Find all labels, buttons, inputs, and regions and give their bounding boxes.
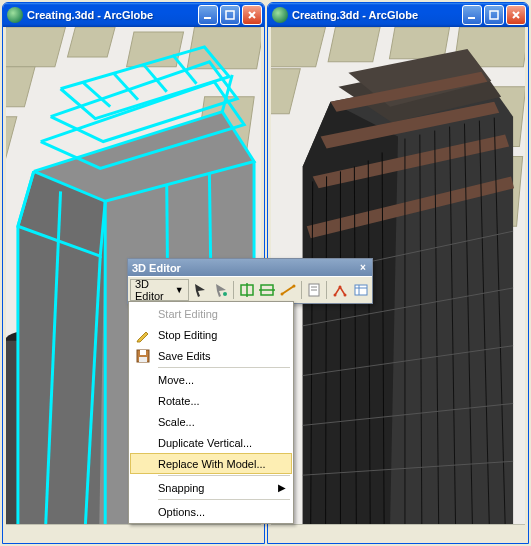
- titlebar-right[interactable]: Creating.3dd - ArcGlobe: [268, 3, 528, 27]
- edit-vertex-tool-icon[interactable]: [212, 279, 231, 301]
- menu-separator: [158, 499, 290, 500]
- menu-options[interactable]: Options...: [130, 501, 292, 522]
- svg-rect-29: [468, 17, 475, 19]
- menu-duplicate-vertical[interactable]: Duplicate Vertical...: [130, 432, 292, 453]
- menu-scale[interactable]: Scale...: [130, 411, 292, 432]
- window-title-left: Creating.3dd - ArcGlobe: [27, 9, 198, 21]
- 3d-editor-dropdown-button[interactable]: 3D Editor ▼: [130, 279, 189, 301]
- menu-move[interactable]: Move...: [130, 369, 292, 390]
- attributes-tool-icon[interactable]: [351, 279, 370, 301]
- blank-icon: [132, 370, 154, 390]
- blank-icon: [132, 478, 154, 498]
- sketch-tool-icon[interactable]: [305, 279, 324, 301]
- blank-icon: [132, 433, 154, 453]
- svg-marker-15: [18, 171, 105, 525]
- svg-rect-83: [140, 350, 146, 355]
- svg-rect-33: [328, 27, 380, 62]
- arcglobe-icon: [272, 7, 288, 23]
- maximize-button[interactable]: [220, 5, 240, 25]
- svg-rect-0: [204, 17, 211, 19]
- svg-rect-32: [271, 27, 326, 67]
- vertical-line-tool-icon[interactable]: [237, 279, 256, 301]
- svg-point-77: [338, 286, 341, 289]
- minimize-button[interactable]: [198, 5, 218, 25]
- titlebar-left[interactable]: Creating.3dd - ArcGlobe: [3, 3, 264, 27]
- submenu-arrow-icon: ▶: [278, 482, 286, 493]
- svg-rect-84: [139, 357, 147, 362]
- 3d-editor-title: 3D Editor: [132, 262, 356, 274]
- svg-rect-79: [355, 285, 367, 295]
- chevron-down-icon: ▼: [175, 285, 184, 295]
- svg-point-71: [281, 293, 284, 296]
- 3d-editor-titlebar[interactable]: 3D Editor ×: [128, 259, 372, 276]
- svg-point-76: [333, 294, 336, 297]
- arcglobe-icon: [7, 7, 23, 23]
- menu-rotate[interactable]: Rotate...: [130, 390, 292, 411]
- close-button[interactable]: [506, 5, 526, 25]
- target-tool-icon[interactable]: [330, 279, 349, 301]
- svg-line-70: [282, 286, 294, 294]
- blank-icon: [132, 502, 154, 522]
- svg-rect-30: [490, 11, 498, 19]
- menu-snapping[interactable]: Snapping ▶: [130, 477, 292, 498]
- status-bar-right: [271, 524, 525, 543]
- blank-icon: [132, 304, 154, 324]
- svg-rect-4: [67, 27, 115, 57]
- minimize-button[interactable]: [462, 5, 482, 25]
- svg-rect-34: [389, 27, 449, 59]
- maximize-button[interactable]: [484, 5, 504, 25]
- svg-point-72: [293, 285, 296, 288]
- svg-point-65: [223, 292, 227, 296]
- save-icon: [132, 346, 154, 366]
- menu-separator: [158, 475, 290, 476]
- pencil-icon: [132, 325, 154, 345]
- measure-tool-icon[interactable]: [279, 279, 298, 301]
- blank-icon: [132, 412, 154, 432]
- blank-icon: [132, 391, 154, 411]
- close-button[interactable]: [242, 5, 262, 25]
- separator: [301, 281, 302, 299]
- 3d-editor-tool-row: 3D Editor ▼: [128, 276, 372, 303]
- menu-replace-with-model[interactable]: Replace With Model...: [130, 453, 292, 474]
- menu-stop-editing[interactable]: Stop Editing: [130, 324, 292, 345]
- blank-icon: [132, 454, 154, 474]
- 3d-editor-toolbar[interactable]: 3D Editor × 3D Editor ▼: [127, 258, 373, 304]
- horizontal-line-tool-icon[interactable]: [258, 279, 277, 301]
- svg-rect-3: [6, 27, 66, 67]
- 3d-editor-close-icon[interactable]: ×: [356, 262, 370, 274]
- 3d-editor-dropdown-menu: Start Editing Stop Editing Save Edits Mo…: [128, 301, 294, 524]
- svg-point-78: [343, 294, 346, 297]
- separator: [233, 281, 234, 299]
- dropdown-label: 3D Editor: [135, 278, 172, 302]
- svg-rect-1: [226, 11, 234, 19]
- separator: [326, 281, 327, 299]
- menu-separator: [158, 367, 290, 368]
- menu-save-edits[interactable]: Save Edits: [130, 345, 292, 366]
- window-title-right: Creating.3dd - ArcGlobe: [292, 9, 462, 21]
- menu-start-editing: Start Editing: [130, 303, 292, 324]
- edit-tool-icon[interactable]: [191, 279, 210, 301]
- status-bar-left: [6, 524, 261, 543]
